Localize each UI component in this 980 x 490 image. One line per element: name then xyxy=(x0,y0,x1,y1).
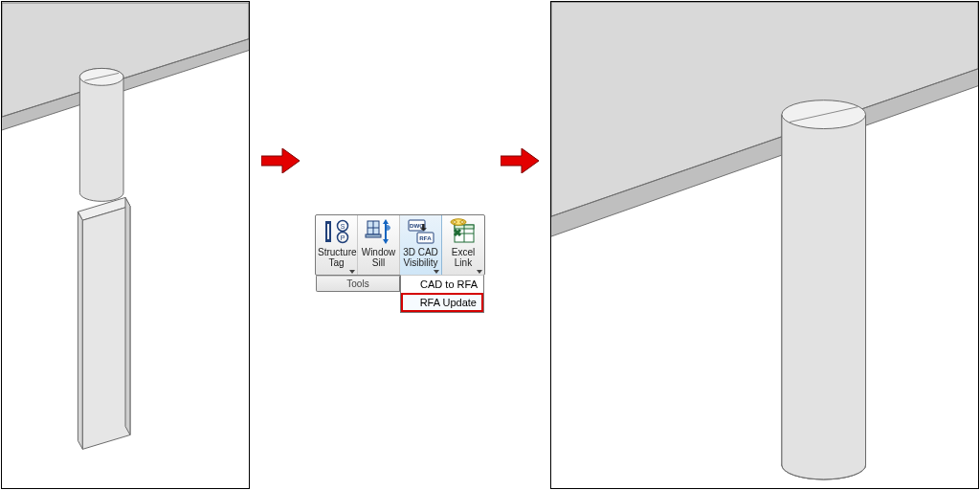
svg-marker-11 xyxy=(125,197,130,434)
chevron-down-icon xyxy=(349,270,355,274)
arrow-icon xyxy=(501,148,539,173)
svg-rect-13 xyxy=(326,222,330,241)
svg-marker-43 xyxy=(551,2,978,216)
chevron-down-icon xyxy=(477,270,482,274)
excel-link-button[interactable]: Excel Link xyxy=(442,215,484,275)
svg-marker-42 xyxy=(501,148,539,173)
svg-marker-9 xyxy=(78,212,82,449)
cad-visibility-menu: CAD to RFA RFA Update xyxy=(400,275,484,313)
svg-marker-10 xyxy=(82,206,130,449)
menu-rfa-update[interactable]: RFA Update xyxy=(401,293,483,312)
ribbon-label: Window Sill xyxy=(360,247,397,268)
ribbon-label: Excel Link xyxy=(444,247,482,268)
menu-cad-to-rfa[interactable]: CAD to RFA xyxy=(401,276,483,293)
after-view xyxy=(550,1,979,489)
ribbon-panel-title: Tools xyxy=(316,276,400,292)
before-3d-scene xyxy=(2,2,249,488)
svg-text:P: P xyxy=(340,234,345,241)
svg-text:DWG: DWG xyxy=(409,222,423,229)
arrow-icon xyxy=(261,148,300,173)
svg-point-40 xyxy=(453,221,457,224)
dwg-rfa-icon: DWG RFA xyxy=(406,217,436,246)
structure-tag-button[interactable]: S P Structure Tag xyxy=(316,215,358,275)
excel-link-icon xyxy=(448,217,479,246)
svg-marker-12 xyxy=(261,148,300,173)
svg-rect-14 xyxy=(325,221,331,224)
3d-cad-visibility-button[interactable]: DWG RFA 3D CAD Visibility xyxy=(400,215,442,275)
window-sill-icon xyxy=(364,217,394,246)
svg-marker-25 xyxy=(383,219,389,224)
svg-point-41 xyxy=(460,221,464,224)
svg-rect-15 xyxy=(325,239,331,242)
window-sill-button[interactable]: Window Sill xyxy=(358,215,400,275)
svg-rect-23 xyxy=(366,234,381,237)
ribbon-label: Structure Tag xyxy=(318,247,355,268)
middle-explainer: S P Structure Tag xyxy=(250,0,550,490)
after-3d-scene xyxy=(551,2,978,488)
svg-text:S: S xyxy=(340,223,345,230)
svg-marker-26 xyxy=(383,239,389,244)
chevron-down-icon xyxy=(434,270,439,274)
before-view xyxy=(1,1,250,489)
svg-text:RFA: RFA xyxy=(419,234,432,241)
comparison-figure: S P Structure Tag xyxy=(0,0,980,490)
ribbon-panel: S P Structure Tag xyxy=(315,214,485,276)
ribbon-label: 3D CAD Visibility xyxy=(402,247,439,268)
structure-tag-icon: S P xyxy=(322,217,352,246)
